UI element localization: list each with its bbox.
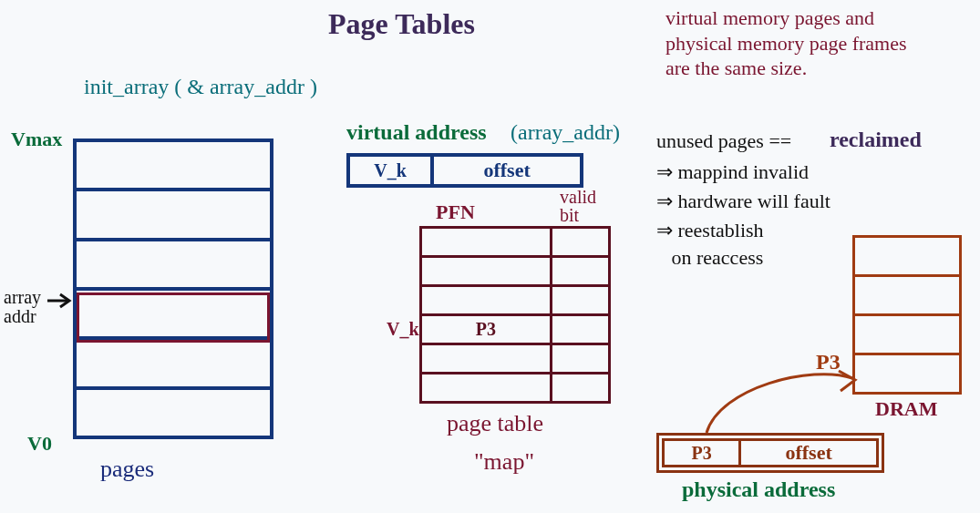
vmem-page-row xyxy=(77,287,270,336)
init-call-text: init_array ( & array_addr ) xyxy=(84,75,317,99)
dram-frame-row xyxy=(855,313,959,353)
ptable-row: P3 xyxy=(422,313,608,343)
vmem-page-row xyxy=(77,238,270,287)
vaddr-vpn-cell: V_k xyxy=(350,157,434,184)
note-reestablish: ⇒ reestablish xyxy=(656,219,764,242)
virtual-memory-pages xyxy=(73,139,273,439)
vmax-label: Vmax xyxy=(11,128,62,151)
dram-frame-row xyxy=(855,238,959,274)
vmem-page-row xyxy=(77,386,270,436)
vmem-page-row xyxy=(77,336,270,385)
p3-arrow-label: P3 xyxy=(816,350,841,374)
ptable-cell-p3: P3 xyxy=(422,316,552,343)
note-same-size: virtual memory pages and physical memory… xyxy=(665,5,907,81)
page-title: Page Tables xyxy=(328,7,475,41)
v0-label: V0 xyxy=(27,432,52,456)
ptable-row xyxy=(422,229,608,255)
vmem-page-row xyxy=(77,188,270,237)
array-addr-label: array addr xyxy=(4,288,41,326)
note-unused: unused pages == xyxy=(656,129,791,153)
dram-frame-row xyxy=(855,353,959,392)
physical-address-caption: physical address xyxy=(682,477,835,502)
ptable-col-valid: valid bit xyxy=(560,188,596,224)
note-invalid: ⇒ mappind invalid xyxy=(656,160,809,184)
page-table: P3 xyxy=(419,226,611,404)
ptable-row xyxy=(422,284,608,313)
note-reaccess: on reaccess xyxy=(656,246,763,270)
vmem-page-row xyxy=(77,142,270,188)
array-arrow-icon xyxy=(47,293,75,312)
physical-address-box: P3 offset xyxy=(656,433,884,473)
p3-arrow-icon xyxy=(702,360,875,437)
virtual-address-heading: virtual address xyxy=(346,120,487,145)
vaddr-offset-cell: offset xyxy=(434,157,580,184)
ptable-row xyxy=(422,343,608,372)
virtual-address-paren: (array_addr) xyxy=(511,120,620,145)
note-reclaimed: reclaimed xyxy=(830,128,922,152)
ptable-row xyxy=(422,255,608,284)
ptable-row-vk: V_k xyxy=(387,319,419,340)
note-fault: ⇒ hardware will fault xyxy=(656,190,830,213)
ptable-row xyxy=(422,372,608,401)
paddr-offset-cell: offset xyxy=(741,441,876,465)
page-table-map-caption: "map" xyxy=(474,448,534,476)
paddr-pfn-cell: P3 xyxy=(665,441,741,465)
dram-frames xyxy=(852,235,962,395)
pages-caption: pages xyxy=(100,456,154,483)
ptable-col-pfn: PFN xyxy=(436,200,475,224)
virtual-address-box: V_k offset xyxy=(346,153,583,188)
dram-label: DRAM xyxy=(875,397,937,421)
dram-frame-row xyxy=(855,274,959,313)
page-table-caption: page table xyxy=(447,410,543,437)
